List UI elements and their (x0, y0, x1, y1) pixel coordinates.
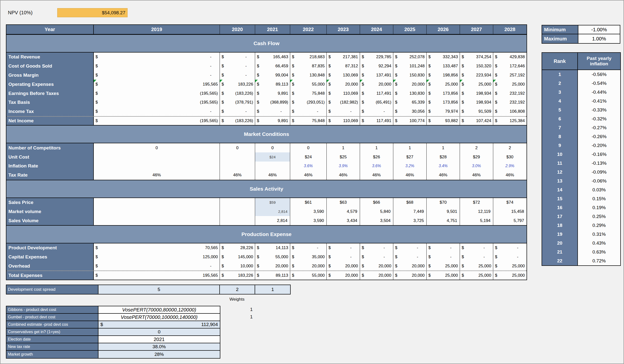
data-cell[interactable]: $(195,565) (94, 98, 220, 107)
data-cell[interactable]: $20,000 (327, 80, 360, 89)
input-value-cell[interactable]: VosePERT(70000,100000,140000) (99, 314, 220, 321)
inflation-value[interactable]: -0.56% (578, 70, 620, 79)
data-cell[interactable]: $- (94, 71, 220, 80)
data-cell[interactable]: $- (94, 62, 220, 71)
data-cell[interactable]: $89,113 (255, 271, 290, 280)
npv-value-cell[interactable]: $54,098.27 (57, 8, 128, 17)
data-cell[interactable]: $- (290, 107, 327, 116)
data-cell[interactable]: 0 (255, 143, 290, 152)
data-cell[interactable]: $- (220, 107, 255, 116)
inflation-value[interactable]: 0.72% (578, 256, 620, 265)
data-cell[interactable]: 46% (393, 171, 427, 180)
data-cell[interactable]: $- (427, 253, 460, 262)
data-cell[interactable] (94, 152, 220, 162)
data-cell[interactable]: $75,848 (290, 117, 327, 125)
data-cell[interactable]: $100,774 (393, 117, 427, 125)
data-cell[interactable]: $35,000 (290, 253, 327, 262)
data-cell[interactable]: 3,590 (290, 207, 327, 216)
data-cell[interactable] (220, 152, 255, 162)
data-cell[interactable]: $195,565 (94, 80, 220, 89)
inflation-value[interactable]: -0.16% (578, 150, 620, 159)
data-cell[interactable]: $25,000 (460, 80, 493, 89)
inflation-value[interactable]: 0.19% (578, 203, 620, 212)
data-cell[interactable]: $24 (290, 152, 327, 162)
data-cell[interactable]: $198,934 (460, 98, 493, 107)
data-cell[interactable]: $91,509 (460, 107, 493, 116)
data-cell[interactable]: $20,000 (360, 80, 393, 89)
data-cell[interactable]: $72 (460, 198, 493, 207)
data-cell[interactable]: $20,000 (290, 262, 327, 271)
data-cell[interactable]: $165,463 (255, 52, 290, 62)
data-cell[interactable]: $332,343 (427, 52, 460, 62)
data-cell[interactable]: $218,683 (290, 52, 327, 62)
data-cell[interactable]: 5,194 (460, 216, 493, 225)
data-cell[interactable]: $24 (255, 152, 290, 162)
data-cell[interactable]: $(368,899) (255, 98, 290, 107)
data-cell[interactable]: $25,000 (427, 271, 460, 280)
data-cell[interactable]: $65,339 (393, 98, 427, 107)
data-cell[interactable]: $183,226 (220, 80, 255, 89)
data-cell[interactable]: $374,254 (460, 52, 493, 62)
data-cell[interactable]: $117,491 (360, 117, 393, 125)
data-cell[interactable]: 46% (290, 171, 327, 180)
data-cell[interactable]: $150,320 (460, 62, 493, 71)
data-cell[interactable]: $(195,565) (94, 117, 220, 125)
data-cell[interactable]: $- (220, 71, 255, 80)
data-cell[interactable]: $150,830 (393, 71, 427, 80)
data-cell[interactable] (220, 207, 255, 216)
data-cell[interactable]: $- (493, 253, 526, 262)
data-cell[interactable]: $25,000 (493, 80, 526, 89)
inflation-value[interactable]: 0.03% (578, 185, 620, 194)
minmax-value[interactable]: 1.00% (578, 34, 620, 43)
data-cell[interactable]: 0 (94, 143, 220, 152)
data-cell[interactable]: $- (360, 243, 393, 253)
inflation-value[interactable]: 0.15% (578, 194, 620, 203)
data-cell[interactable]: 5,840 (360, 207, 393, 216)
data-cell[interactable]: $101,248 (393, 62, 427, 71)
data-cell[interactable]: $89,113 (255, 80, 290, 89)
data-cell[interactable]: 3,504 (360, 216, 393, 225)
dev-spread-value[interactable]: 5 (99, 285, 220, 294)
input-value-cell[interactable]: 0 (99, 328, 220, 335)
data-cell[interactable]: $198,856 (427, 71, 460, 80)
data-cell[interactable]: $429,838 (493, 52, 526, 62)
data-cell[interactable]: $(293,051) (290, 98, 327, 107)
data-cell[interactable]: $183,226 (220, 271, 255, 280)
inflation-value[interactable]: -0.27% (578, 123, 620, 132)
data-cell[interactable]: $- (360, 107, 393, 116)
data-cell[interactable]: 46% (220, 171, 255, 180)
data-cell[interactable]: $- (460, 243, 493, 253)
data-cell[interactable]: $(183,226) (220, 89, 255, 98)
data-cell[interactable]: 3.0% (460, 162, 493, 171)
inflation-value[interactable]: -0.41% (578, 97, 620, 106)
data-cell[interactable]: $70 (427, 198, 460, 207)
input-value-cell[interactable]: $112,904 (99, 321, 220, 328)
data-cell[interactable]: $- (360, 253, 393, 262)
data-cell[interactable]: $195,565 (94, 271, 220, 280)
data-cell[interactable] (220, 162, 255, 171)
data-cell[interactable]: $30 (493, 152, 526, 162)
data-cell[interactable]: 2.9% (493, 162, 526, 171)
data-cell[interactable]: $110,069 (327, 89, 360, 98)
data-cell[interactable]: $20,000 (327, 271, 360, 280)
data-cell[interactable]: $92,294 (360, 62, 393, 71)
data-cell[interactable]: $20,000 (393, 262, 427, 271)
data-cell[interactable]: $223,934 (460, 71, 493, 80)
data-cell[interactable]: $125,000 (94, 253, 220, 262)
inflation-value[interactable]: -0.20% (578, 141, 620, 150)
data-cell[interactable]: $66 (360, 198, 393, 207)
data-cell[interactable]: 2 (493, 143, 526, 152)
data-cell[interactable]: $232,192 (493, 89, 526, 98)
inflation-value[interactable]: 0.31% (578, 230, 620, 239)
data-cell[interactable]: $25,000 (427, 80, 460, 89)
data-cell[interactable]: $10,000 (220, 262, 255, 271)
data-cell[interactable]: $28 (427, 152, 460, 162)
data-cell[interactable]: $173,856 (427, 98, 460, 107)
data-cell[interactable]: 3,434 (327, 216, 360, 225)
data-cell[interactable]: 0 (290, 143, 327, 152)
data-cell[interactable]: $93,882 (427, 117, 460, 125)
data-cell[interactable]: $27 (393, 152, 427, 162)
input-value-cell[interactable]: 2021 (99, 336, 220, 343)
data-cell[interactable]: $20,000 (393, 271, 427, 280)
data-cell[interactable]: 3,725 (393, 216, 427, 225)
